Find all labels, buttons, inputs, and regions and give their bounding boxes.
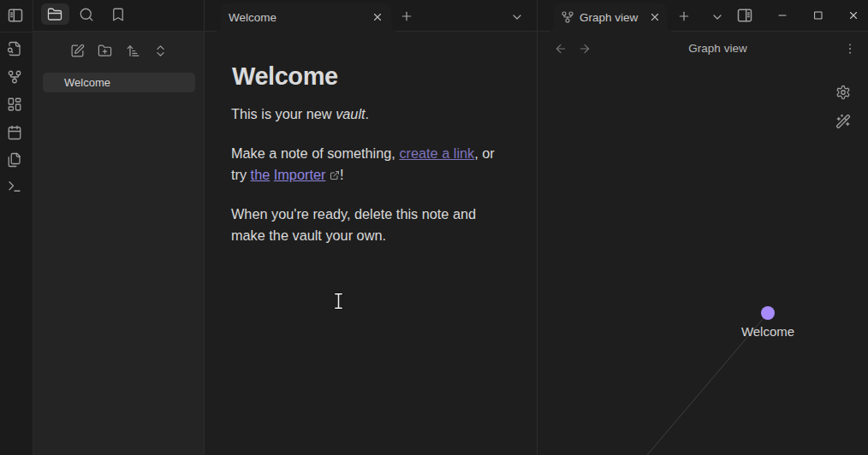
svg-text:Welcome: Welcome <box>741 324 794 339</box>
